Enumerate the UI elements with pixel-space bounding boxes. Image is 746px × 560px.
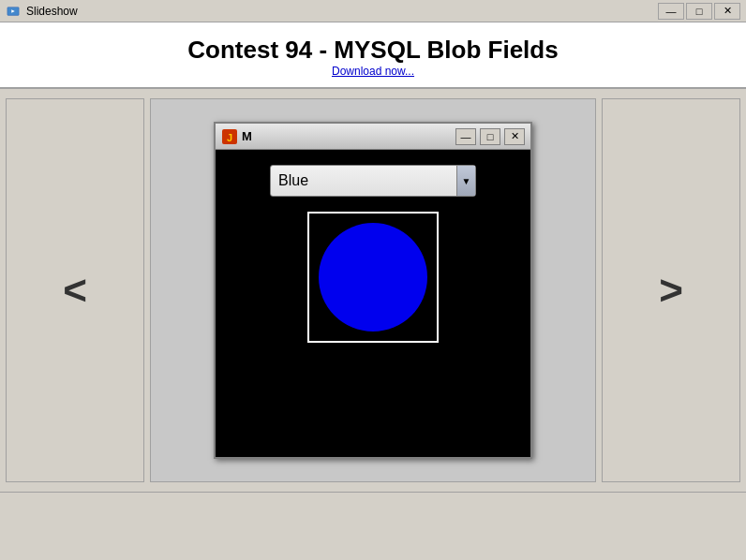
java-close-button[interactable]: ✕ bbox=[504, 128, 525, 145]
dropdown-value: Blue bbox=[278, 172, 456, 189]
bottom-bar bbox=[0, 492, 746, 520]
app-title-text: Slideshow bbox=[26, 5, 658, 18]
prev-button[interactable]: < bbox=[6, 98, 144, 482]
content-area: < J M — □ ✕ Blue bbox=[0, 89, 746, 492]
java-content: Blue ▼ bbox=[216, 150, 530, 457]
app-title-bar: Slideshow — □ ✕ bbox=[0, 0, 746, 22]
next-button[interactable]: > bbox=[602, 98, 740, 482]
dropdown-arrow-icon[interactable]: ▼ bbox=[456, 166, 475, 196]
maximize-button[interactable]: □ bbox=[686, 3, 712, 20]
java-title-bar: J M — □ ✕ bbox=[216, 124, 530, 150]
close-button[interactable]: ✕ bbox=[714, 3, 740, 20]
svg-text:J: J bbox=[227, 132, 232, 143]
blue-circle bbox=[319, 223, 427, 332]
app-icon bbox=[6, 4, 21, 19]
main-header: Contest 94 - MYSQL Blob Fields Download … bbox=[0, 22, 746, 89]
minimize-button[interactable]: — bbox=[658, 3, 684, 20]
java-app-icon: J bbox=[221, 128, 238, 145]
window-controls: — □ ✕ bbox=[658, 3, 740, 20]
java-window-title: M bbox=[242, 129, 452, 143]
java-maximize-button[interactable]: □ bbox=[480, 128, 500, 145]
color-dropdown[interactable]: Blue ▼ bbox=[270, 165, 476, 197]
circle-box bbox=[307, 212, 439, 343]
java-minimize-button[interactable]: — bbox=[455, 128, 476, 145]
download-link[interactable]: Download now... bbox=[19, 65, 727, 78]
java-window: J M — □ ✕ Blue ▼ bbox=[214, 122, 532, 459]
page-title: Contest 94 - MYSQL Blob Fields bbox=[19, 36, 727, 65]
slide-area: J M — □ ✕ Blue ▼ bbox=[150, 98, 596, 482]
